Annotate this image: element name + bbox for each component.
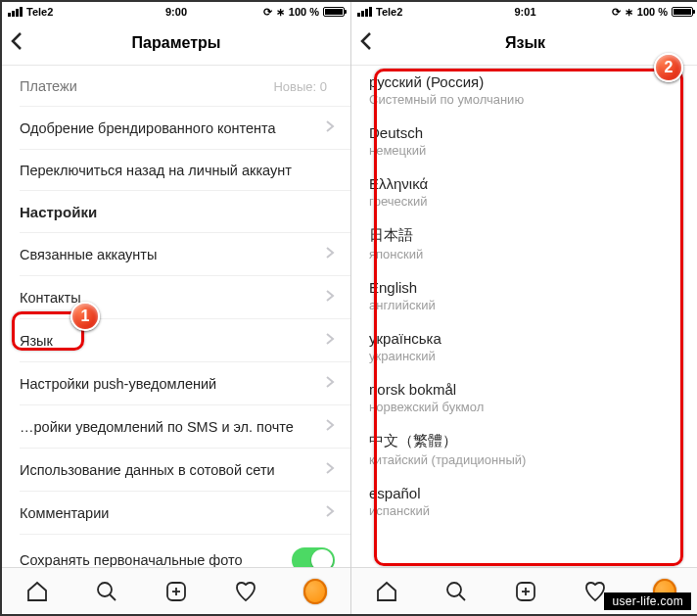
- carrier-label: Tele2: [26, 6, 53, 18]
- page-title: Параметры: [132, 34, 221, 52]
- settings-list: ПлатежиНовые: 0Одобрение брендированного…: [2, 66, 350, 586]
- settings-row[interactable]: Контакты: [2, 276, 350, 319]
- tab-profile[interactable]: [303, 580, 327, 603]
- chevron-right-icon: [325, 461, 335, 479]
- signal-icon: [8, 7, 23, 17]
- row-label: Настройки push-уведомлений: [20, 376, 216, 392]
- chevron-right-icon: [325, 246, 335, 263]
- tab-search[interactable]: [95, 580, 118, 603]
- chevron-right-icon: [325, 504, 335, 522]
- settings-row[interactable]: Комментарии: [2, 492, 350, 535]
- row-label: Комментарии: [20, 505, 109, 521]
- language-name: українська: [369, 330, 681, 347]
- chevron-right-icon: [325, 119, 335, 137]
- svg-point-0: [98, 583, 112, 596]
- language-subtitle: греческий: [369, 194, 681, 209]
- settings-row[interactable]: Настройки push-уведомлений: [2, 362, 350, 405]
- language-name: norsk bokmål: [369, 381, 681, 398]
- row-label: Контакты: [20, 290, 81, 306]
- language-row[interactable]: 日本語японский: [351, 218, 697, 271]
- battery-percent: 100 %: [637, 6, 668, 18]
- back-button[interactable]: [10, 31, 23, 55]
- settings-row[interactable]: Связанные аккаунты: [2, 233, 350, 276]
- language-name: español: [369, 485, 681, 501]
- back-button[interactable]: [359, 31, 373, 55]
- battery-percent: 100 %: [289, 6, 319, 18]
- settings-row[interactable]: Переключиться назад на личный аккаунт: [2, 150, 350, 191]
- settings-row: Настройки: [2, 191, 350, 233]
- language-row[interactable]: Ελληνικάгреческий: [351, 167, 697, 218]
- tutorial-frame: Tele2 9:00 ⟳ ∗ 100 % Параметры ПлатежиНо…: [0, 0, 697, 616]
- language-name: Ελληνικά: [369, 175, 681, 192]
- clock-label: 9:00: [165, 6, 187, 18]
- chevron-right-icon: [325, 289, 335, 307]
- language-subtitle: японский: [369, 247, 681, 261]
- chevron-left-icon: [10, 31, 23, 51]
- battery-icon: [323, 7, 345, 17]
- bluetooth-icon: ∗: [625, 6, 633, 19]
- page-title: Язык: [505, 34, 545, 52]
- language-name: 日本語: [369, 226, 681, 245]
- settings-row[interactable]: …ройки уведомлений по SMS и эл. почте: [2, 405, 350, 449]
- language-subtitle: английский: [369, 298, 681, 312]
- annotation-badge-1: 1: [70, 302, 100, 331]
- svg-line-1: [110, 594, 116, 600]
- language-subtitle: украинский: [369, 349, 681, 363]
- phone-right: Tele2 9:01 ⟳ ∗ 100 % Язык русский (Росси…: [350, 2, 697, 614]
- annotation-badge-2: 2: [654, 53, 683, 82]
- row-label: Сохранять первоначальные фото: [20, 552, 243, 568]
- language-subtitle: китайский (традиционный): [369, 452, 681, 467]
- language-name: русский (Россия): [369, 73, 681, 90]
- language-name: Deutsch: [369, 124, 681, 141]
- row-label: Настройки: [20, 204, 97, 220]
- language-row[interactable]: русский (Россия)Системный по умолчанию: [351, 66, 697, 117]
- row-label: Платежи: [20, 78, 77, 94]
- carrier-label: Tele2: [376, 6, 402, 18]
- language-list: русский (Россия)Системный по умолчаниюDe…: [351, 66, 697, 528]
- language-row[interactable]: українськаукраинский: [351, 322, 697, 373]
- row-label: Одобрение брендированного контента: [20, 120, 276, 136]
- chevron-right-icon: [325, 375, 335, 393]
- row-meta: Новые: 0: [273, 79, 327, 94]
- status-bar: Tele2 9:00 ⟳ ∗ 100 %: [2, 2, 350, 22]
- nav-bar: Язык: [351, 22, 697, 65]
- battery-icon: [672, 7, 693, 17]
- row-label: Язык: [20, 333, 53, 349]
- orientation-lock-icon: ⟳: [612, 6, 621, 19]
- status-bar: Tele2 9:01 ⟳ ∗ 100 %: [351, 2, 697, 22]
- language-subtitle: испанский: [369, 503, 681, 518]
- tab-home[interactable]: [375, 580, 398, 603]
- row-label: Использование данных в сотовой сети: [20, 462, 275, 478]
- tab-add[interactable]: [514, 580, 537, 603]
- chevron-right-icon: [325, 418, 335, 436]
- svg-line-6: [459, 594, 465, 600]
- tab-activity[interactable]: [234, 580, 257, 603]
- tab-home[interactable]: [25, 580, 49, 603]
- language-name: English: [369, 279, 681, 296]
- watermark: user-life.com: [604, 592, 691, 610]
- phone-left: Tele2 9:00 ⟳ ∗ 100 % Параметры ПлатежиНо…: [2, 2, 350, 614]
- settings-row[interactable]: Использование данных в сотовой сети: [2, 449, 350, 492]
- chevron-right-icon: [325, 332, 335, 350]
- nav-bar: Параметры: [2, 22, 350, 65]
- row-label: …ройки уведомлений по SMS и эл. почте: [20, 419, 294, 435]
- language-subtitle: Системный по умолчанию: [369, 92, 681, 107]
- svg-point-5: [447, 583, 461, 596]
- language-row[interactable]: Deutschнемецкий: [351, 117, 697, 167]
- tab-search[interactable]: [444, 580, 468, 603]
- settings-row[interactable]: Язык: [2, 319, 350, 362]
- settings-row[interactable]: Одобрение брендированного контента: [2, 107, 350, 150]
- language-name: 中文（繁體）: [369, 432, 681, 450]
- settings-row[interactable]: ПлатежиНовые: 0: [2, 66, 350, 107]
- language-row[interactable]: norsk bokmålнорвежский букмол: [351, 373, 697, 424]
- tab-activity[interactable]: [583, 580, 607, 603]
- chevron-left-icon: [359, 31, 373, 51]
- tab-add[interactable]: [164, 580, 188, 603]
- orientation-lock-icon: ⟳: [263, 6, 272, 19]
- row-label: Связанные аккаунты: [20, 247, 157, 262]
- bluetooth-icon: ∗: [276, 6, 285, 19]
- row-label: Переключиться назад на личный аккаунт: [20, 163, 292, 178]
- language-row[interactable]: 中文（繁體）китайский (традиционный): [351, 424, 697, 477]
- language-row[interactable]: españolиспанский: [351, 477, 697, 528]
- language-row[interactable]: Englishанглийский: [351, 271, 697, 322]
